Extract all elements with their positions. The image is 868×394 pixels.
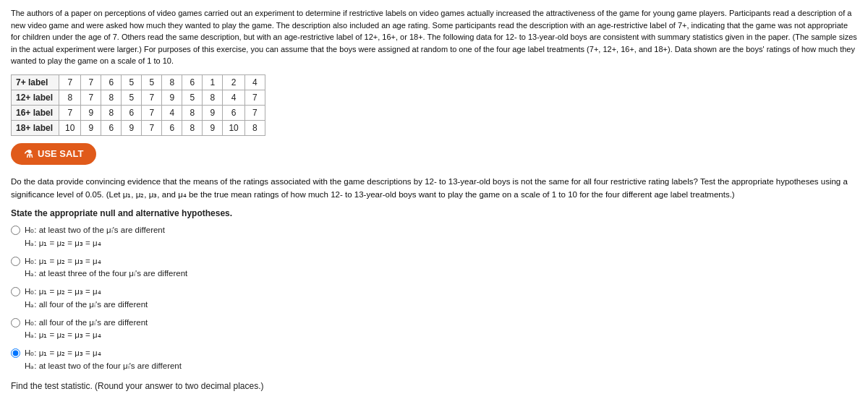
table-cell: 9	[122, 120, 142, 135]
intro-paragraph: The authors of a paper on perceptions of…	[11, 7, 857, 67]
table-cell: 6	[101, 120, 122, 135]
ha-text: Hₐ: μ₁ = μ₂ = μ₃ = μ₄	[25, 237, 165, 249]
hypothesis-radio-group: H₀: at least two of the μᵢ's are differe…	[11, 224, 857, 372]
table-row-label: 16+ label	[12, 105, 59, 120]
table-cell: 7	[244, 105, 265, 120]
table-cell: 1	[203, 74, 223, 90]
h0-text: H₀: μ₁ = μ₂ = μ₃ = μ₄	[25, 347, 182, 359]
question-text: Do the data provide convincing evidence …	[11, 175, 857, 202]
h0-text: H₀: all four of the μᵢ's are different	[25, 317, 148, 329]
table-cell: 7	[244, 90, 265, 105]
table-cell: 7	[81, 90, 101, 105]
table-cell: 8	[182, 120, 203, 135]
h0-text: H₀: at least two of the μᵢ's are differe…	[25, 224, 165, 236]
table-cell: 5	[122, 74, 142, 90]
use-salt-label: USE SALT	[38, 148, 83, 159]
table-cell: 7	[81, 74, 101, 90]
table-cell: 7	[59, 74, 81, 90]
table-cell: 8	[59, 90, 81, 105]
ha-text: Hₐ: all four of the μᵢ's are different	[25, 299, 148, 311]
hypothesis-content: H₀: μ₁ = μ₂ = μ₃ = μ₄Hₐ: at least three …	[25, 255, 187, 280]
table-cell: 8	[203, 90, 223, 105]
table-cell: 8	[244, 120, 265, 135]
table-cell: 8	[182, 105, 203, 120]
table-cell: 6	[122, 105, 142, 120]
table-cell: 2	[223, 74, 244, 90]
hypothesis-content: H₀: at least two of the μᵢ's are differe…	[25, 224, 165, 249]
ha-text: Hₐ: at least three of the four μᵢ's are …	[25, 267, 187, 280]
find-statistic-section: Find the test statistic. (Round your ans…	[11, 381, 857, 394]
hypothesis-option[interactable]: H₀: μ₁ = μ₂ = μ₃ = μ₄Hₐ: all four of the…	[11, 286, 857, 311]
use-salt-button[interactable]: ⚗ USE SALT	[11, 143, 96, 165]
table-cell: 9	[81, 120, 101, 135]
hypothesis-content: H₀: μ₁ = μ₂ = μ₃ = μ₄Hₐ: all four of the…	[25, 286, 148, 311]
table-cell: 9	[81, 105, 101, 120]
hypothesis-content: H₀: μ₁ = μ₂ = μ₃ = μ₄Hₐ: at least two of…	[25, 347, 182, 372]
table-cell: 5	[142, 74, 162, 90]
hypothesis-radio[interactable]	[11, 348, 20, 358]
table-cell: 6	[162, 120, 182, 135]
table-row-label: 12+ label	[12, 90, 59, 105]
table-cell: 10	[59, 120, 81, 135]
hypothesis-option[interactable]: H₀: all four of the μᵢ's are differentHₐ…	[11, 317, 857, 342]
salt-icon: ⚗	[24, 148, 33, 160]
hypothesis-option[interactable]: H₀: μ₁ = μ₂ = μ₃ = μ₄Hₐ: at least three …	[11, 255, 857, 280]
table-cell: 6	[182, 74, 203, 90]
state-hypotheses-label: State the appropriate null and alternati…	[11, 208, 857, 218]
table-cell: 8	[101, 90, 122, 105]
table-cell: 10	[223, 120, 244, 135]
ha-text: Hₐ: μ₁ = μ₂ = μ₃ = μ₄	[25, 329, 148, 341]
table-cell: 9	[203, 105, 223, 120]
table-row-label: 18+ label	[12, 120, 59, 135]
hypothesis-option[interactable]: H₀: μ₁ = μ₂ = μ₃ = μ₄Hₐ: at least two of…	[11, 347, 857, 372]
hypothesis-radio[interactable]	[11, 257, 20, 266]
table-cell: 9	[203, 120, 223, 135]
find-statistic-label: Find the test statistic. (Round your ans…	[11, 381, 263, 391]
table-cell: 7	[142, 120, 162, 135]
table-cell: 4	[223, 90, 244, 105]
table-cell: 7	[142, 90, 162, 105]
table-cell: 5	[182, 90, 203, 105]
table-cell: 4	[244, 74, 265, 90]
table-row-label: 7+ label	[12, 74, 59, 90]
ha-text: Hₐ: at least two of the four μᵢ's are di…	[25, 360, 182, 372]
hypothesis-radio[interactable]	[11, 226, 20, 235]
table-cell: 8	[101, 105, 122, 120]
data-table: 7+ label776558612412+ label878579584716+…	[11, 74, 265, 136]
hypothesis-option[interactable]: H₀: at least two of the μᵢ's are differe…	[11, 224, 857, 249]
hypothesis-radio[interactable]	[11, 287, 20, 296]
hypothesis-content: H₀: all four of the μᵢ's are differentHₐ…	[25, 317, 148, 342]
table-cell: 6	[223, 105, 244, 120]
hypothesis-radio[interactable]	[11, 318, 20, 327]
table-cell: 6	[101, 74, 122, 90]
table-cell: 4	[162, 105, 182, 120]
table-cell: 9	[162, 90, 182, 105]
table-cell: 7	[142, 105, 162, 120]
h0-text: H₀: μ₁ = μ₂ = μ₃ = μ₄	[25, 286, 148, 298]
table-cell: 5	[122, 90, 142, 105]
h0-text: H₀: μ₁ = μ₂ = μ₃ = μ₄	[25, 255, 187, 267]
table-cell: 7	[59, 105, 81, 120]
table-cell: 8	[162, 74, 182, 90]
